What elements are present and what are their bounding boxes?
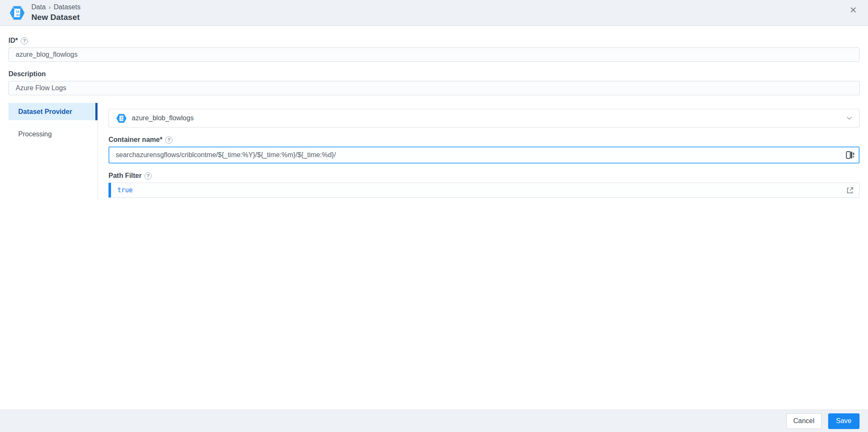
path-filter-label: Path Filter	[108, 172, 142, 180]
container-label-row: Container name* ?	[108, 136, 860, 144]
breadcrumb-separator: ›	[49, 3, 51, 11]
help-icon[interactable]: ?	[165, 136, 172, 144]
breadcrumb: Data › Datasets	[31, 3, 81, 11]
expand-editor-icon[interactable]	[843, 184, 857, 196]
header: 10 01 Data › Datasets New Dataset ✕	[0, 0, 868, 26]
form-top: ID* ? Description	[0, 37, 868, 95]
description-input[interactable]	[8, 81, 860, 95]
tab-sidebar: Dataset Provider Processing	[8, 103, 97, 143]
container-name-input[interactable]	[108, 147, 860, 163]
sidebar-divider	[97, 103, 98, 199]
dataset-logo-icon: 10 01	[8, 4, 26, 22]
insert-variable-icon[interactable]	[843, 149, 857, 161]
footer: Cancel Save	[0, 410, 868, 432]
page-title: New Dataset	[31, 13, 81, 22]
id-label-row: ID* ?	[8, 37, 860, 44]
new-dataset-modal: 10 01 Data › Datasets New Dataset ✕ ID* …	[0, 0, 868, 432]
svg-text:01: 01	[121, 119, 123, 121]
id-input[interactable]	[8, 47, 860, 62]
help-icon[interactable]: ?	[21, 37, 28, 44]
container-name-label: Container name*	[108, 136, 162, 144]
tab-label: Dataset Provider	[18, 108, 72, 116]
container-input-wrap	[108, 147, 860, 163]
close-icon[interactable]: ✕	[847, 4, 860, 17]
provider-select[interactable]: 10 01 azure_blob_flowlogs	[108, 109, 860, 127]
breadcrumb-data[interactable]: Data	[31, 3, 46, 11]
provider-select-value: azure_blob_flowlogs	[132, 114, 194, 122]
tab-dataset-provider[interactable]: Dataset Provider	[8, 103, 97, 120]
provider-panel: 10 01 azure_blob_flowlogs Container name…	[108, 103, 860, 198]
save-button[interactable]: Save	[828, 413, 860, 429]
path-filter-label-row: Path Filter ?	[108, 172, 860, 180]
tab-processing[interactable]: Processing	[8, 125, 97, 143]
cancel-button[interactable]: Cancel	[786, 413, 822, 429]
path-filter-value[interactable]: true	[117, 186, 133, 194]
content: Dataset Provider Processing 10 01 azure_…	[0, 103, 868, 199]
description-label: Description	[8, 70, 46, 78]
breadcrumb-datasets[interactable]: Datasets	[54, 3, 81, 11]
tab-label: Processing	[18, 130, 52, 138]
id-label: ID*	[8, 37, 18, 44]
svg-text:01: 01	[17, 13, 20, 17]
help-icon[interactable]: ?	[145, 172, 152, 180]
chevron-down-icon	[846, 116, 852, 120]
dataset-hexagon-icon: 10 01	[116, 113, 127, 124]
header-titles: Data › Datasets New Dataset	[31, 3, 81, 22]
description-label-row: Description	[8, 70, 860, 78]
path-filter-editor[interactable]: true	[108, 183, 860, 198]
